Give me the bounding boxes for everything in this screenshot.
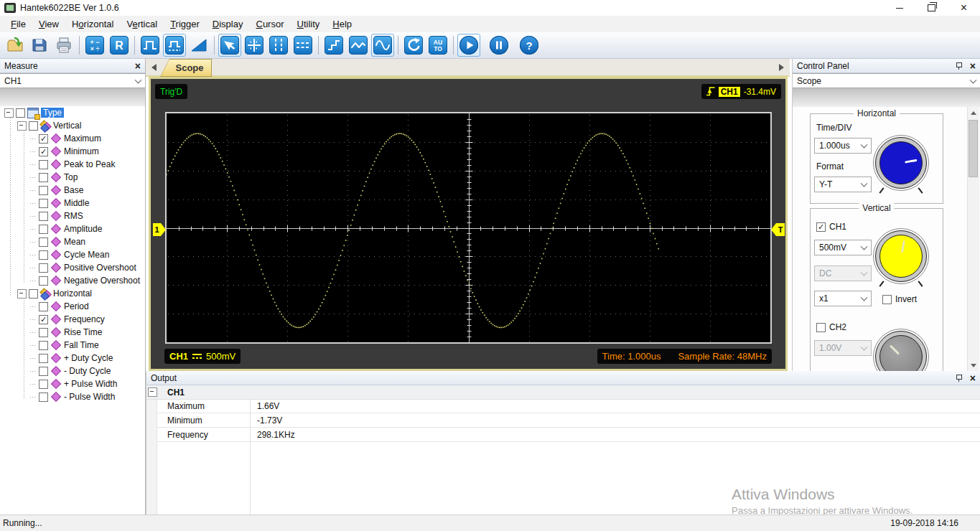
ch1-coupling-select[interactable]: DC <box>814 266 872 281</box>
tree-item-duty-cycle[interactable]: + Duty Cycle <box>0 352 145 365</box>
tab-scope[interactable]: Scope <box>160 59 212 77</box>
checkbox-icon[interactable] <box>29 289 38 299</box>
control-panel-close-icon[interactable]: × <box>970 62 976 70</box>
pulse-icon[interactable] <box>139 34 162 57</box>
checkbox-icon[interactable] <box>39 393 48 402</box>
vertical-cursor-icon[interactable] <box>267 34 290 57</box>
help-icon[interactable]: ? <box>518 34 541 57</box>
control-mode-select[interactable]: Scope <box>793 73 980 88</box>
menu-trigger[interactable]: Trigger <box>164 17 206 32</box>
control-scrollbar[interactable] <box>967 107 979 371</box>
tree-item-positive-overshoot[interactable]: Positive Overshoot <box>0 261 145 274</box>
ch1-volts-select[interactable]: 500mV <box>814 240 872 255</box>
sine-interpolation-icon[interactable] <box>371 34 394 57</box>
checkbox-icon[interactable] <box>39 250 48 260</box>
step-interpolation-icon[interactable] <box>322 34 345 57</box>
menu-display[interactable]: Display <box>206 17 250 32</box>
close-button[interactable]: × <box>948 0 980 16</box>
menu-file[interactable]: File <box>4 17 32 32</box>
checkbox-checked-icon[interactable]: ✓ <box>39 147 48 156</box>
measure-channel-select[interactable]: CH1 <box>0 73 145 88</box>
play-icon[interactable] <box>457 34 480 57</box>
menu-help[interactable]: Help <box>326 17 358 32</box>
auto-setup-icon[interactable]: AUTO <box>426 34 449 57</box>
math-icon[interactable]: + −× ÷ <box>83 34 106 57</box>
ch1-enable-checkbox[interactable]: ✓ CH1 <box>816 222 846 232</box>
checkbox-icon[interactable] <box>39 238 48 247</box>
menu-view[interactable]: View <box>32 17 65 32</box>
tree-item-cycle-mean[interactable]: Cycle Mean <box>0 248 145 261</box>
scroll-down-icon[interactable] <box>968 360 979 371</box>
checkbox-icon[interactable] <box>39 380 48 389</box>
scrollbar-thumb[interactable] <box>969 120 978 177</box>
ch2-enable-checkbox[interactable]: CH2 <box>816 322 846 332</box>
collapse-icon[interactable] <box>4 108 14 118</box>
checkbox-icon[interactable] <box>39 328 48 337</box>
minimize-button[interactable] <box>883 0 915 16</box>
tab-scroll-left-icon[interactable] <box>151 64 157 71</box>
checkbox-icon[interactable] <box>39 173 48 182</box>
tree-item-base[interactable]: Base <box>0 184 145 197</box>
tree-item-minimum[interactable]: ✓Minimum <box>0 145 145 158</box>
print-icon[interactable] <box>52 34 75 57</box>
tree-item-amplitude[interactable]: Amplitude <box>0 222 145 235</box>
checkbox-icon[interactable] <box>39 341 48 350</box>
tree-item-negative-overshoot[interactable]: Negative Overshoot <box>0 274 145 287</box>
collapse-icon[interactable] <box>17 121 27 131</box>
tree-item-top[interactable]: Top <box>0 171 145 184</box>
scroll-up-icon[interactable] <box>968 107 979 118</box>
waveform-canvas[interactable] <box>167 113 770 342</box>
cursor-arrow-icon[interactable] <box>218 34 241 57</box>
ch1-invert-checkbox[interactable]: Invert <box>882 294 917 304</box>
pause-icon[interactable] <box>487 34 510 57</box>
horizontal-cursor-icon[interactable] <box>291 34 314 57</box>
checkbox-checked-icon[interactable]: ✓ <box>39 315 48 324</box>
checkbox-icon[interactable] <box>29 121 38 131</box>
checkbox-icon[interactable] <box>39 302 48 311</box>
collapse-icon[interactable] <box>148 387 157 397</box>
pulse-baseline-icon[interactable] <box>163 34 186 57</box>
tree-item-middle[interactable]: Middle <box>0 197 145 210</box>
ramp-icon[interactable] <box>187 34 210 57</box>
ch1-position-knob[interactable] <box>875 230 927 282</box>
checkbox-icon[interactable] <box>39 276 48 286</box>
ch2-position-knob[interactable] <box>875 331 927 371</box>
pin-icon[interactable] <box>956 62 963 70</box>
checkbox-checked-icon[interactable]: ✓ <box>39 134 48 144</box>
refresh-icon[interactable] <box>402 34 425 57</box>
format-select[interactable]: Y-T <box>814 177 872 192</box>
tree-item-rise-time[interactable]: Rise Time <box>0 326 145 339</box>
menu-vertical[interactable]: Vertical <box>120 17 164 32</box>
checkbox-icon[interactable] <box>39 263 48 273</box>
time-div-knob[interactable] <box>875 137 927 189</box>
checkbox-icon[interactable] <box>39 367 48 376</box>
tree-node-type[interactable]: Type <box>0 106 145 119</box>
checkbox-icon[interactable] <box>39 212 48 221</box>
tree-item-duty-cycle[interactable]: - Duty Cycle <box>0 365 145 377</box>
ch2-volts-select[interactable]: 1.00V <box>814 340 872 356</box>
tree-node-vertical[interactable]: Vertical <box>0 119 145 132</box>
ch1-probe-select[interactable]: x1 <box>814 291 872 306</box>
tree-item-mean[interactable]: Mean <box>0 235 145 248</box>
checkbox-icon[interactable] <box>16 108 25 118</box>
tab-scroll-right-icon[interactable] <box>779 64 784 71</box>
tree-item-maximum[interactable]: ✓Maximum <box>0 132 145 145</box>
pin-icon[interactable] <box>956 374 963 382</box>
output-close-icon[interactable]: × <box>970 374 976 382</box>
measure-close-icon[interactable]: × <box>135 62 141 70</box>
checkbox-icon[interactable] <box>39 354 48 363</box>
save-icon[interactable] <box>28 34 51 57</box>
track-cross-icon[interactable] <box>243 34 266 57</box>
tree-item-period[interactable]: Period <box>0 300 145 313</box>
checkbox-icon[interactable] <box>39 199 48 208</box>
menu-cursor[interactable]: Cursor <box>249 17 290 32</box>
collapse-icon[interactable] <box>17 289 27 299</box>
menu-horizontal[interactable]: Horizontal <box>65 17 121 32</box>
reference-icon[interactable]: R <box>108 34 131 57</box>
tree-item-rms[interactable]: RMS <box>0 210 145 222</box>
scope-grid[interactable] <box>165 112 772 344</box>
open-icon[interactable] <box>4 34 27 57</box>
menu-utility[interactable]: Utility <box>291 17 327 32</box>
restore-button[interactable] <box>915 0 948 16</box>
checkbox-icon[interactable] <box>39 225 48 234</box>
